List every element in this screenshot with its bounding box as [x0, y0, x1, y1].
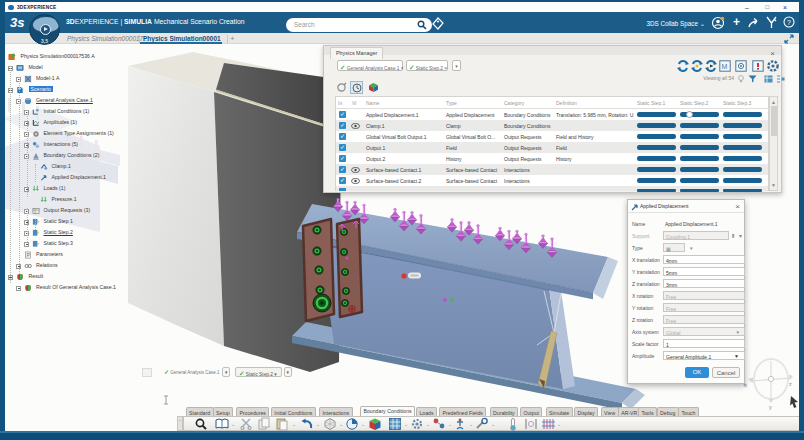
- svg-text:⌄: ⌄: [292, 421, 296, 427]
- svg-text:⌄: ⌄: [339, 421, 343, 427]
- svg-text:⌄: ⌄: [557, 421, 561, 427]
- svg-text:?: ?: [787, 18, 791, 27]
- svg-text:⌄: ⌄: [404, 421, 408, 427]
- svg-text:⌄: ⌄: [316, 421, 320, 427]
- svg-text:⌄: ⌄: [426, 421, 430, 427]
- svg-text:⌄: ⌄: [231, 421, 235, 427]
- svg-text:⌄: ⌄: [361, 421, 365, 427]
- svg-text:⌄: ⌄: [469, 421, 473, 427]
- svg-text:⌄: ⌄: [448, 421, 452, 427]
- svg-text:⌄: ⌄: [491, 421, 495, 427]
- svg-text:z: z: [789, 381, 792, 387]
- svg-text:M: M: [721, 63, 727, 70]
- svg-text:P: P: [26, 252, 29, 257]
